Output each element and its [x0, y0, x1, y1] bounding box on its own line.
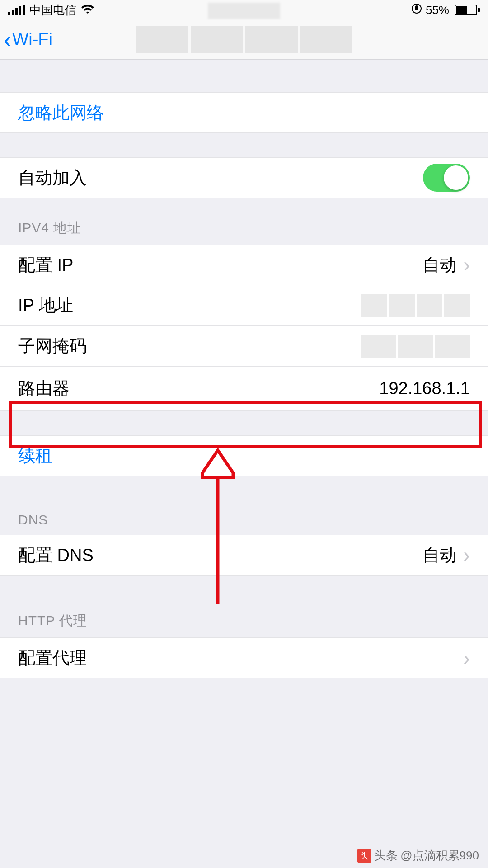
ip-address-label: IP 地址	[18, 294, 73, 317]
back-label: Wi-Fi	[12, 30, 52, 49]
configure-proxy-value-wrap: ›	[463, 647, 470, 670]
watermark-prefix: 头条	[374, 848, 398, 863]
navigation-bar: ‹ Wi-Fi	[0, 20, 488, 60]
status-left: 中国电信	[8, 2, 94, 18]
forget-network-cell[interactable]: 忽略此网络	[0, 92, 488, 133]
renew-lease-label: 续租	[18, 444, 52, 467]
configure-proxy-cell[interactable]: 配置代理 ›	[0, 637, 488, 678]
configure-ip-cell[interactable]: 配置 IP 自动 ›	[0, 245, 488, 285]
watermark-badge-icon: 头	[357, 849, 371, 863]
dns-section-header: DNS	[0, 476, 488, 535]
spacer	[0, 411, 488, 435]
router-label: 路由器	[18, 377, 70, 400]
carrier-label: 中国电信	[29, 2, 76, 18]
configure-dns-value-wrap: 自动 ›	[422, 544, 470, 567]
battery-icon	[453, 5, 480, 15]
battery-percent: 55%	[426, 3, 449, 17]
status-bar: 中国电信 55%	[0, 0, 488, 20]
configure-dns-cell[interactable]: 配置 DNS 自动 ›	[0, 535, 488, 576]
auto-join-label: 自动加入	[18, 166, 87, 189]
nav-title-redacted	[136, 26, 352, 53]
ip-address-cell: IP 地址	[0, 285, 488, 326]
spacer	[0, 133, 488, 157]
wifi-icon	[81, 3, 94, 17]
chevron-left-icon: ‹	[4, 28, 11, 52]
configure-dns-label: 配置 DNS	[18, 544, 94, 567]
ip-address-value-redacted	[361, 294, 470, 317]
renew-lease-cell[interactable]: 续租	[0, 435, 488, 476]
status-time-redacted	[208, 3, 280, 19]
configure-ip-value-wrap: 自动 ›	[422, 254, 470, 277]
status-right: 55%	[411, 3, 480, 17]
router-value: 192.168.1.1	[379, 379, 470, 398]
back-button[interactable]: ‹ Wi-Fi	[4, 28, 52, 52]
auto-join-cell: 自动加入	[0, 157, 488, 198]
configure-dns-value: 自动	[422, 544, 457, 567]
chevron-right-icon: ›	[463, 544, 470, 566]
watermark-text: @点滴积累990	[400, 848, 479, 863]
watermark: 头 头条 @点滴积累990	[357, 848, 479, 863]
configure-ip-value: 自动	[422, 254, 457, 277]
subnet-mask-label: 子网掩码	[18, 335, 87, 358]
toggle-knob	[444, 165, 468, 190]
cellular-signal-icon	[8, 5, 25, 15]
subnet-mask-cell: 子网掩码	[0, 326, 488, 367]
auto-join-toggle[interactable]	[423, 164, 470, 192]
forget-network-label: 忽略此网络	[18, 101, 104, 124]
router-cell: 路由器 192.168.1.1	[0, 367, 488, 411]
orientation-lock-icon	[411, 3, 422, 17]
chevron-right-icon: ›	[463, 647, 470, 670]
configure-proxy-label: 配置代理	[18, 646, 87, 670]
chevron-right-icon: ›	[463, 254, 470, 276]
subnet-mask-value-redacted	[361, 335, 470, 358]
spacer	[0, 60, 488, 92]
configure-ip-label: 配置 IP	[18, 254, 73, 277]
http-proxy-section-header: HTTP 代理	[0, 576, 488, 637]
ipv4-section-header: IPV4 地址	[0, 198, 488, 245]
